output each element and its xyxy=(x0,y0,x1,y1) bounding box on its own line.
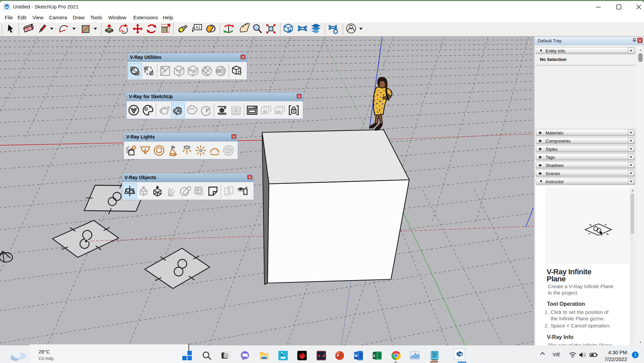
svg-text:A1: A1 xyxy=(196,25,201,30)
svg-text:X: X xyxy=(373,354,375,358)
svg-text:W: W xyxy=(354,354,358,358)
svg-text:P: P xyxy=(337,354,339,358)
